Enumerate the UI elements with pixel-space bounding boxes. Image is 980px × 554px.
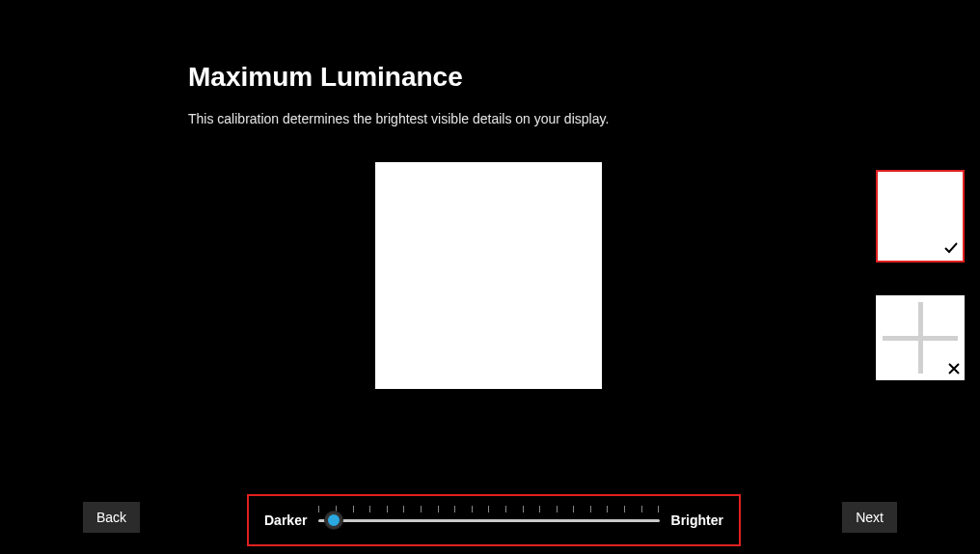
slider-label-brighter: Brighter (671, 512, 723, 528)
thumbnail-solid[interactable] (876, 170, 965, 263)
page-subtitle: This calibration determines the brightes… (188, 111, 609, 126)
slider-label-darker: Darker (264, 512, 307, 528)
luminance-slider-container: Darker Brighter (247, 494, 741, 546)
thumbnail-list (876, 170, 965, 413)
slider-thumb[interactable] (325, 512, 342, 529)
slider-track (318, 519, 659, 522)
slider-ticks (318, 506, 659, 515)
next-button[interactable]: Next (842, 502, 897, 533)
luminance-preview (375, 162, 602, 389)
cross-icon (947, 362, 961, 378)
thumbnail-grid[interactable] (876, 295, 965, 380)
luminance-slider[interactable] (318, 506, 659, 535)
back-button[interactable]: Back (83, 502, 140, 533)
page-title: Maximum Luminance (188, 62, 463, 93)
check-icon (943, 240, 959, 259)
